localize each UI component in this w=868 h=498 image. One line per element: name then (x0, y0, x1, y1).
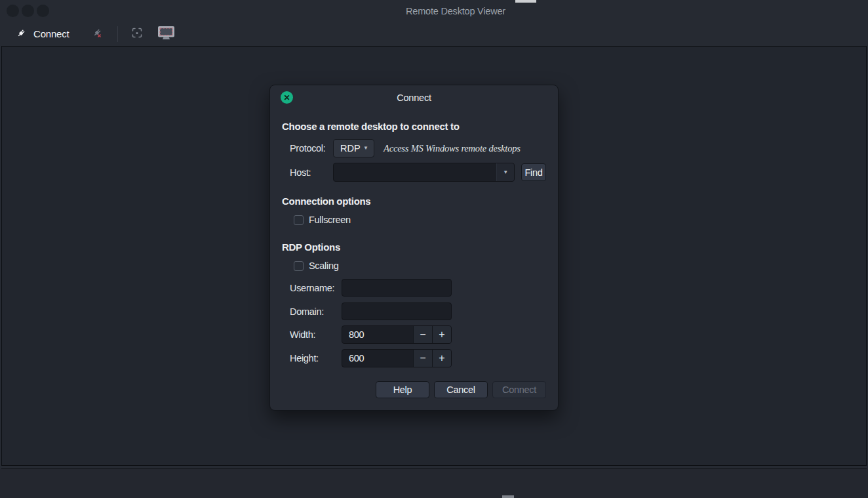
width-decrement-button[interactable]: − (413, 326, 432, 343)
host-combobox: ▼ (333, 163, 515, 182)
domain-row: Domain: (290, 302, 546, 320)
dialog-title: Connect (397, 93, 431, 103)
domain-label: Domain: (290, 306, 342, 317)
fullscreen-option-row: Fullscreen (294, 213, 546, 226)
plug-disconnect-icon (91, 27, 103, 41)
chevron-down-icon: ▼ (503, 170, 508, 175)
rdp-options-heading: RDP Options (282, 241, 546, 253)
dialog-action-buttons: Help Cancel Connect (282, 381, 546, 398)
protocol-row: Protocol: RDP ▼ Access MS Windows remote… (290, 139, 546, 157)
width-spinbutton: − + (342, 325, 452, 344)
toolbar-fullscreen-button[interactable] (128, 24, 146, 44)
host-dropdown-button[interactable]: ▼ (496, 163, 514, 181)
height-input[interactable] (342, 350, 413, 367)
toolbar-disconnect-button[interactable] (89, 24, 106, 44)
statusbar (0, 468, 868, 498)
connect-dialog-header: ✕ Connect (270, 85, 558, 110)
window-title: Remote Desktop Viewer (406, 0, 505, 22)
connect-dialog-body: Choose a remote desktop to connect to Pr… (270, 121, 558, 398)
width-input[interactable] (342, 326, 413, 343)
protocol-label: Protocol: (290, 143, 333, 154)
toolbar-connect-button[interactable]: Connect (10, 25, 74, 43)
find-button[interactable]: Find (521, 163, 546, 181)
width-label: Width: (290, 329, 342, 340)
dock-indicator (502, 495, 514, 498)
host-row: Host: ▼ Find (290, 163, 546, 182)
host-label: Host: (290, 167, 333, 178)
host-input[interactable] (334, 163, 496, 181)
height-row: Height: − + (290, 349, 546, 367)
connection-options-heading: Connection options (282, 196, 546, 207)
protocol-selected-value: RDP (340, 143, 361, 154)
username-row: Username: (290, 279, 546, 297)
fullscreen-label: Fullscreen (309, 215, 351, 225)
titlebar: Remote Desktop Viewer (0, 0, 868, 22)
height-increment-button[interactable]: + (432, 350, 451, 367)
width-increment-button[interactable]: + (432, 326, 451, 343)
toolbar-screenshot-button[interactable] (155, 23, 178, 45)
fullscreen-icon (131, 27, 143, 41)
toolbar: Connect (0, 22, 868, 45)
toolbar-separator (117, 26, 118, 42)
username-input[interactable] (342, 279, 452, 297)
scaling-option-row: Scaling (294, 259, 546, 272)
scaling-checkbox[interactable] (294, 261, 304, 271)
screenshot-monitor-icon (157, 26, 175, 43)
connect-button[interactable]: Connect (492, 381, 546, 398)
window-minimize-button[interactable] (22, 5, 34, 17)
toolbar-connect-label: Connect (33, 28, 69, 39)
window-controls (7, 5, 49, 17)
chevron-down-icon: ▼ (363, 146, 368, 151)
scaling-label: Scaling (309, 260, 338, 271)
username-label: Username: (290, 283, 342, 293)
plug-connect-icon (16, 28, 27, 41)
help-button[interactable]: Help (376, 381, 429, 398)
height-decrement-button[interactable]: − (413, 350, 432, 367)
domain-input[interactable] (342, 302, 452, 320)
fullscreen-checkbox[interactable] (294, 215, 304, 225)
choose-remote-desktop-heading: Choose a remote desktop to connect to (282, 121, 546, 133)
protocol-dropdown[interactable]: RDP ▼ (333, 139, 374, 157)
width-row: Width: − + (290, 325, 546, 344)
window-close-button[interactable] (7, 5, 19, 17)
cancel-button[interactable]: Cancel (434, 381, 488, 398)
window-maximize-button[interactable] (37, 5, 49, 17)
connect-dialog: ✕ Connect Choose a remote desktop to con… (269, 85, 559, 411)
protocol-hint-text: Access MS Windows remote desktops (384, 143, 521, 154)
top-edge-notch (515, 0, 536, 3)
dialog-close-icon[interactable]: ✕ (281, 91, 293, 104)
height-label: Height: (290, 353, 342, 363)
height-spinbutton: − + (342, 349, 452, 367)
